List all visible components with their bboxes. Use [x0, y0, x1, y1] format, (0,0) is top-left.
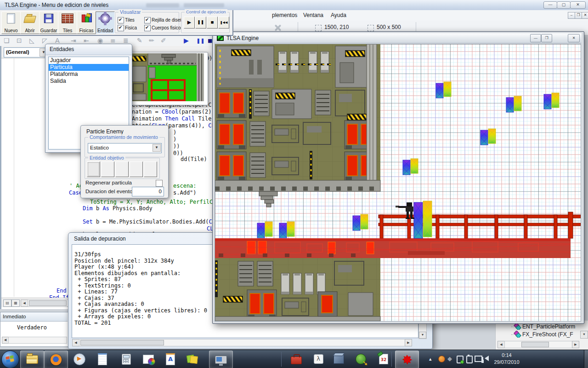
tray-diamond-icon[interactable]: ◆	[447, 355, 452, 362]
action-center-icon[interactable]	[466, 356, 473, 363]
immediate-content[interactable]: Verdadero	[17, 324, 47, 331]
scroll-left-icon[interactable]: ◀	[21, 299, 28, 307]
full-module-view-button[interactable]: ▦	[11, 299, 20, 307]
tree-horizontal-scrollbar[interactable]	[504, 341, 572, 348]
tiles-button[interactable]: Tiles	[58, 12, 77, 34]
entities-title-bar[interactable]: Entidades	[45, 44, 132, 55]
particle-sprite[interactable]	[481, 129, 496, 145]
minimize-button[interactable]: —	[543, 1, 557, 9]
entity-list-item[interactable]: Jugador	[49, 57, 129, 64]
scroll-left-icon[interactable]: ◀	[72, 339, 79, 346]
rejilla-checkbox[interactable]	[144, 17, 151, 23]
maximize-button[interactable]: ▢	[557, 1, 571, 9]
page-icon[interactable]: ⊡	[17, 37, 22, 44]
taskbar-toolbox[interactable]	[285, 351, 308, 368]
taskbar-windows-explorer[interactable]	[20, 351, 44, 368]
taskbar-wordpad[interactable]	[159, 351, 182, 368]
taskbar-firefox[interactable]	[44, 351, 68, 368]
scrollbar-thumb[interactable]	[80, 340, 164, 345]
fisicas-button[interactable]: Fisicas	[77, 12, 96, 34]
taskbar-package-3d[interactable]	[327, 351, 350, 368]
mdi-minimize-button[interactable]: –	[568, 12, 575, 19]
scroll-down-icon[interactable]: ▼	[419, 332, 426, 339]
minimize-button[interactable]: —	[530, 34, 541, 42]
menu-complementos[interactable]: plementos	[272, 12, 297, 18]
guardar-button[interactable]: Guardar	[39, 12, 58, 34]
mdi-restore-button[interactable]: ❐	[575, 12, 582, 19]
target-slot-button[interactable]	[115, 161, 129, 177]
particle-sprite[interactable]	[403, 159, 418, 175]
font-icon[interactable]: A	[55, 37, 60, 44]
taskbar-media-player[interactable]	[68, 351, 91, 368]
scroll-right-icon[interactable]: ▶	[572, 341, 579, 348]
taskbar-globe-download[interactable]	[349, 351, 372, 368]
tree-item[interactable]: FX_FireShoot (FX_F	[496, 331, 580, 338]
play-button[interactable]: ▶	[184, 17, 195, 29]
target-slot-button[interactable]	[101, 161, 114, 177]
particle-sprite[interactable]	[436, 82, 451, 98]
pen-icon[interactable]: ✎	[137, 37, 142, 44]
start-button[interactable]	[1, 351, 19, 368]
taskbar-notepad[interactable]	[91, 351, 114, 368]
immediate-horizontal-scrollbar[interactable]	[8, 337, 67, 344]
eraser-icon[interactable]: ◺	[29, 37, 34, 44]
menu-ventana[interactable]: Ventana	[303, 12, 323, 18]
outdent-icon[interactable]: ⇤	[84, 37, 89, 44]
cuerpos-checkbox[interactable]	[144, 25, 151, 31]
particle-sprite[interactable]	[544, 93, 559, 109]
entity-list-item[interactable]: Plataforma	[49, 71, 129, 78]
particle-sprite[interactable]	[279, 222, 294, 238]
taskbar-clock[interactable]: 0:14 29/07/2010	[492, 352, 521, 366]
close-button[interactable]: ✕	[568, 34, 580, 42]
taskbar-tlsa-engine[interactable]: ✸	[395, 351, 419, 368]
usb-device-icon[interactable]	[457, 356, 464, 363]
particle-sprite[interactable]	[414, 201, 432, 238]
stop-icon[interactable]: ■	[208, 38, 212, 44]
taskbar-paint[interactable]	[137, 351, 160, 368]
mdi-close-button[interactable]: ✕	[582, 12, 588, 19]
target-slot-button[interactable]	[130, 161, 143, 177]
stop-button[interactable]: ■	[207, 17, 218, 29]
tiles-checkbox[interactable]	[118, 17, 124, 23]
particle-sprite[interactable]	[257, 222, 272, 238]
scroll-down-icon[interactable]: ▼	[580, 331, 588, 339]
entidad-button[interactable]: Entidad	[96, 12, 115, 34]
lines2-icon[interactable]: ≣	[123, 37, 129, 44]
scrollbar-thumb[interactable]	[521, 342, 549, 347]
level-canvas[interactable]	[215, 44, 581, 321]
taskbar-calculator[interactable]	[115, 351, 138, 368]
nuevo-button[interactable]: Nuevo	[1, 12, 21, 34]
lines-icon[interactable]: ≡	[110, 37, 116, 44]
chevron-down-icon[interactable]: ▼	[153, 144, 161, 152]
indent-icon[interactable]: ⇥	[71, 37, 76, 44]
pause-icon[interactable]: ❚❚	[196, 38, 204, 44]
close-button[interactable]: ✕	[570, 1, 586, 9]
particle-sprite[interactable]	[506, 96, 521, 112]
entity-list-item[interactable]: Salida	[49, 78, 129, 85]
rewind-button[interactable]: ❚◀◀	[218, 17, 229, 29]
regen-checkbox[interactable]	[156, 180, 163, 187]
abrir-button[interactable]: Abrir	[20, 12, 40, 34]
target-slot-button[interactable]	[144, 161, 157, 177]
procedure-view-button[interactable]: ▤	[3, 299, 11, 307]
game-title-bar[interactable]: TLSA Engine — ❐ ✕	[214, 33, 582, 43]
tile-preview-window[interactable]	[130, 52, 208, 105]
immediate-title-bar[interactable]: Inmediato	[0, 312, 68, 322]
menu-ayuda[interactable]: Ayuda	[331, 12, 346, 18]
taskbar-display-settings[interactable]	[209, 351, 233, 368]
scroll-left-icon[interactable]: ◀	[498, 341, 505, 348]
debug-horizontal-scrollbar[interactable]	[79, 339, 405, 346]
transform-icon[interactable]: ◸	[42, 37, 47, 44]
restore-button[interactable]: ❐	[541, 34, 552, 42]
pen2-icon[interactable]: ✏	[149, 37, 154, 44]
copy-icon[interactable]: ❏	[4, 37, 10, 44]
particle-sprite[interactable]	[353, 214, 368, 230]
volume-icon[interactable]	[485, 356, 489, 361]
hand-icon[interactable]: ◉	[97, 37, 103, 44]
show-desktop-button[interactable]	[584, 350, 588, 368]
target-slot-button[interactable]	[87, 161, 100, 177]
taskbar-lambda-cube[interactable]: λ	[307, 351, 330, 368]
movement-dropdown[interactable]: Estatico ▼	[88, 143, 162, 153]
taskbar-calendar-32[interactable]: 32	[372, 351, 395, 368]
scroll-right-icon[interactable]: ▶	[405, 339, 412, 346]
